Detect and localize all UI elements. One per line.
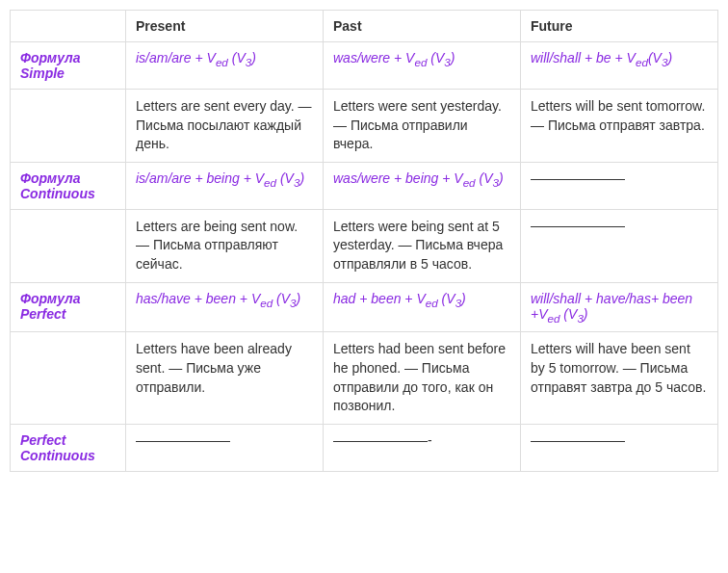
table-row: Формула Continuous is/am/are + being + V… bbox=[11, 162, 718, 209]
row-label-perfect-continuous: Perfect Continuous bbox=[11, 424, 126, 471]
table-row: Letters are being sent now. — Письма отп… bbox=[11, 209, 718, 282]
simple-past-example: Letters were sent yesterday. — Письма от… bbox=[324, 90, 521, 163]
table-row: Letters are sent every day. — Письма пос… bbox=[11, 90, 718, 163]
simple-past-formula: was/were + Ved (V3) bbox=[324, 42, 521, 90]
perfect-present-formula: has/have + been + Ved (V3) bbox=[126, 282, 324, 332]
perfect-past-example: Letters had been sent before he phoned. … bbox=[324, 332, 521, 424]
perfect-future-formula: will/shall + have/has+ been +Ved (V3) bbox=[521, 282, 718, 332]
table-row: Perfect Continuous ——————— ———————- ————… bbox=[11, 424, 718, 471]
header-empty bbox=[11, 11, 126, 42]
continuous-present-example: Letters are being sent now. — Письма отп… bbox=[126, 209, 324, 282]
row-label-empty bbox=[11, 332, 126, 424]
perfect-continuous-present: ——————— bbox=[126, 424, 324, 471]
row-label-simple: Формула Simple bbox=[11, 42, 126, 90]
perfect-present-example: Letters have been already sent. — Письма… bbox=[126, 332, 324, 424]
perfect-continuous-future: ——————— bbox=[521, 424, 718, 471]
header-row: Present Past Future bbox=[11, 11, 718, 42]
simple-present-formula: is/am/are + Ved (V3) bbox=[126, 42, 324, 90]
perfect-continuous-past: ———————- bbox=[324, 424, 521, 471]
header-future: Future bbox=[521, 11, 718, 42]
simple-future-formula: will/shall + be + Ved(V3) bbox=[521, 42, 718, 90]
header-past: Past bbox=[324, 11, 521, 42]
row-label-empty bbox=[11, 90, 126, 163]
perfect-future-example: Letters will have been sent by 5 tomorro… bbox=[521, 332, 718, 424]
passive-voice-table: Present Past Future Формула Simple is/am… bbox=[10, 10, 718, 472]
continuous-past-formula: was/were + being + Ved (V3) bbox=[324, 162, 521, 209]
continuous-future-example: ——————— bbox=[521, 209, 718, 282]
perfect-past-formula: had + been + Ved (V3) bbox=[324, 282, 521, 332]
row-label-perfect: Формула Perfect bbox=[11, 282, 126, 332]
continuous-past-example: Letters were being sent at 5 yesterday. … bbox=[324, 209, 521, 282]
row-label-continuous: Формула Continuous bbox=[11, 162, 126, 209]
header-present: Present bbox=[126, 11, 324, 42]
table-row: Letters have been already sent. — Письма… bbox=[11, 332, 718, 424]
row-label-empty bbox=[11, 209, 126, 282]
table-row: Формула Perfect has/have + been + Ved (V… bbox=[11, 282, 718, 332]
simple-future-example: Letters will be sent tomorrow. — Письма … bbox=[521, 90, 718, 163]
simple-present-example: Letters are sent every day. — Письма пос… bbox=[126, 90, 324, 163]
continuous-future-formula: ——————— bbox=[521, 162, 718, 209]
continuous-present-formula: is/am/are + being + Ved (V3) bbox=[126, 162, 324, 209]
table-row: Формула Simple is/am/are + Ved (V3) was/… bbox=[11, 42, 718, 90]
